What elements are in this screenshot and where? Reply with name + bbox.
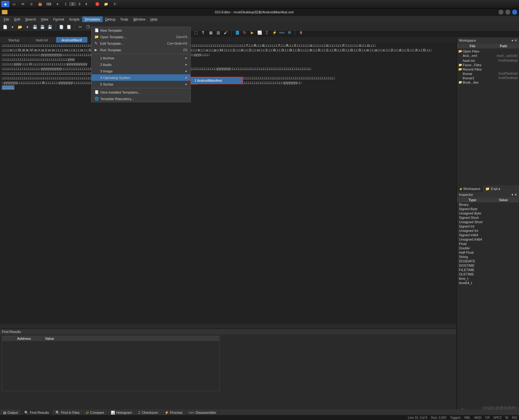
- copy-icon[interactable]: ❐: [85, 24, 91, 30]
- folder-icon[interactable]: 📁: [102, 1, 110, 7]
- inspector-row[interactable]: Signed Byte: [457, 207, 519, 211]
- tree-item[interactable]: hash.txt/root/Desktop/: [457, 58, 519, 63]
- play-icon[interactable]: ▶: [249, 30, 255, 36]
- tree-recent[interactable]: 📂Recent Files: [457, 67, 519, 72]
- inspector-row[interactable]: time_t: [457, 276, 519, 281]
- save-icon[interactable]: 💾: [32, 24, 38, 30]
- minimize-button[interactable]: [498, 10, 503, 15]
- firefox-icon[interactable]: 🦊: [36, 1, 44, 7]
- panel-controls[interactable]: ▾ ✕: [512, 39, 517, 43]
- editor-content[interactable]: □□□□□□□□□□□□□□□□□□□□□□□□□□□□□□□□□□□□□□□□…: [0, 43, 456, 324]
- menu-window[interactable]: Window: [131, 16, 148, 22]
- btab-process[interactable]: ⚡Process: [161, 409, 186, 416]
- brush-icon[interactable]: 🖌: [222, 30, 229, 36]
- dropdown-icon[interactable]: ▾: [9, 24, 16, 30]
- menu-new-template[interactable]: 📄New Template: [91, 27, 190, 34]
- reload-icon[interactable]: ↻: [111, 1, 119, 7]
- inspector-row[interactable]: Unsigned Int64: [457, 237, 519, 242]
- menu-run-template[interactable]: ▶Run TemplateF5: [91, 47, 190, 53]
- sum-icon[interactable]: Σ: [264, 30, 270, 36]
- menu-image[interactable]: 3 Image▸: [91, 68, 190, 74]
- cut-icon[interactable]: ✂: [77, 24, 83, 30]
- menu-tools[interactable]: Tools: [118, 16, 131, 22]
- inspector-row[interactable]: OLETIME: [457, 272, 519, 276]
- menu-debug[interactable]: Debug: [103, 16, 118, 22]
- btab-find-results[interactable]: 🔍Find Results: [21, 409, 52, 416]
- inspector-row[interactable]: FILETIME: [457, 268, 519, 272]
- tree-favorites[interactable]: 📁Favor...Files: [457, 63, 519, 67]
- col-file[interactable]: File: [457, 44, 488, 48]
- tree-item[interactable]: thunar/root/Desktop/: [457, 72, 519, 76]
- grid-icon[interactable]: ▦: [208, 30, 214, 36]
- maximize-button[interactable]: [505, 10, 510, 15]
- btab-output[interactable]: ▤Output: [0, 409, 21, 416]
- inspector-row[interactable]: Signed Int: [457, 224, 519, 228]
- inspector-row[interactable]: Unsigned Byte: [457, 211, 519, 215]
- pause-icon[interactable]: ⏸: [298, 30, 304, 36]
- workspace-4[interactable]: 4: [83, 2, 90, 6]
- settings-icon[interactable]: ⚙: [286, 30, 292, 36]
- menu-template-repo[interactable]: 🌐Template Repository...: [91, 95, 190, 102]
- dropdown-icon[interactable]: ▾: [24, 24, 30, 30]
- inspector-row[interactable]: DOSTIME: [457, 263, 519, 268]
- redo-icon[interactable]: ↻: [241, 30, 248, 36]
- inspector-row[interactable]: String: [457, 255, 519, 259]
- book-icon[interactable]: 📘: [234, 30, 240, 36]
- inspector-row[interactable]: Double: [457, 246, 519, 250]
- para-icon[interactable]: ¶: [200, 30, 206, 36]
- window-icon[interactable]: ▭: [10, 1, 18, 7]
- inspector-row[interactable]: Float: [457, 242, 519, 246]
- tab-explorer[interactable]: 📁Expl▸: [483, 185, 503, 192]
- close-button[interactable]: [512, 10, 517, 15]
- btab-find-in-files[interactable]: 🔍Find in Files: [52, 409, 83, 416]
- menu-view[interactable]: View: [39, 16, 51, 22]
- menu-search[interactable]: Search: [23, 16, 39, 22]
- save-as-icon[interactable]: 💾: [39, 24, 45, 30]
- menu-view-installed[interactable]: 📑View Installed Templates...: [91, 89, 190, 95]
- mov-text[interactable]: mov: [279, 30, 285, 36]
- tab-workspace[interactable]: ◆Workspace: [457, 185, 483, 192]
- btab-disassembler[interactable]: movDisassembler: [186, 409, 220, 416]
- tree-item[interactable]: And...xml/root/...op/目前/: [457, 53, 519, 58]
- menu-open-template[interactable]: 📂Open Template...Ctrl+F5: [91, 34, 190, 40]
- terminal-icon[interactable]: ⌨: [45, 1, 53, 7]
- menu-scripts[interactable]: Scripts: [67, 16, 82, 22]
- find-col-value[interactable]: Value: [43, 336, 219, 341]
- inspector-row[interactable]: DOSDATE: [457, 259, 519, 263]
- chart-icon[interactable]: 📈: [256, 30, 263, 36]
- columns-icon[interactable]: ▥: [215, 30, 221, 36]
- flash-icon[interactable]: ⚡: [271, 30, 278, 36]
- workspace-1[interactable]: 1: [62, 2, 69, 6]
- inspector-row[interactable]: time64_t: [457, 281, 519, 285]
- tree-item[interactable]: thunar2/root/Desktop/: [457, 76, 519, 80]
- mail-icon[interactable]: ✉: [19, 1, 27, 7]
- workspace-2[interactable]: 2: [69, 2, 76, 6]
- btab-checksum[interactable]: ΣChecksum: [135, 409, 161, 416]
- apps-menu-icon[interactable]: ◆: [1, 1, 9, 7]
- horizontal-scrollbar[interactable]: [0, 324, 456, 328]
- inspector-row[interactable]: Half Float: [457, 250, 519, 255]
- inspector-row[interactable]: Signed Int64: [457, 233, 519, 237]
- find-col-empty[interactable]: [2, 336, 15, 341]
- btab-histogram[interactable]: 📊Histogram: [108, 409, 135, 416]
- menu-operating-system[interactable]: 4 Operating System▸: [91, 74, 190, 81]
- files-icon[interactable]: 📑: [58, 24, 64, 30]
- col-path[interactable]: Path: [488, 44, 519, 48]
- inspector-row[interactable]: Unsigned Short: [457, 220, 519, 224]
- col-value[interactable]: Value: [488, 197, 519, 202]
- inspector-row[interactable]: Binary: [457, 202, 519, 207]
- find-col-address[interactable]: Address: [15, 336, 43, 341]
- menu-file[interactable]: File: [1, 16, 12, 22]
- menu-edit[interactable]: Edit: [12, 16, 23, 22]
- panel-controls[interactable]: ▾ ✕: [512, 193, 517, 197]
- submenu-android-manifest[interactable]: 1 AndroidManifest: [191, 77, 242, 84]
- menu-archive[interactable]: 1 Archive▸: [91, 55, 190, 61]
- tree-bookmarks[interactable]: 📁Book...iles: [457, 80, 519, 85]
- col-type[interactable]: Type: [457, 197, 488, 202]
- menu-edit-template[interactable]: ✎Edit Template...Ctrl+Shift+F5: [91, 40, 190, 47]
- menu-syntax[interactable]: 5 Syntax▸: [91, 81, 190, 87]
- new-file-icon[interactable]: 📄: [2, 24, 8, 30]
- inspector-row[interactable]: Signed Short: [457, 215, 519, 220]
- menu-format[interactable]: Format: [51, 16, 67, 22]
- btab-compare[interactable]: ⇄Compare: [83, 409, 107, 416]
